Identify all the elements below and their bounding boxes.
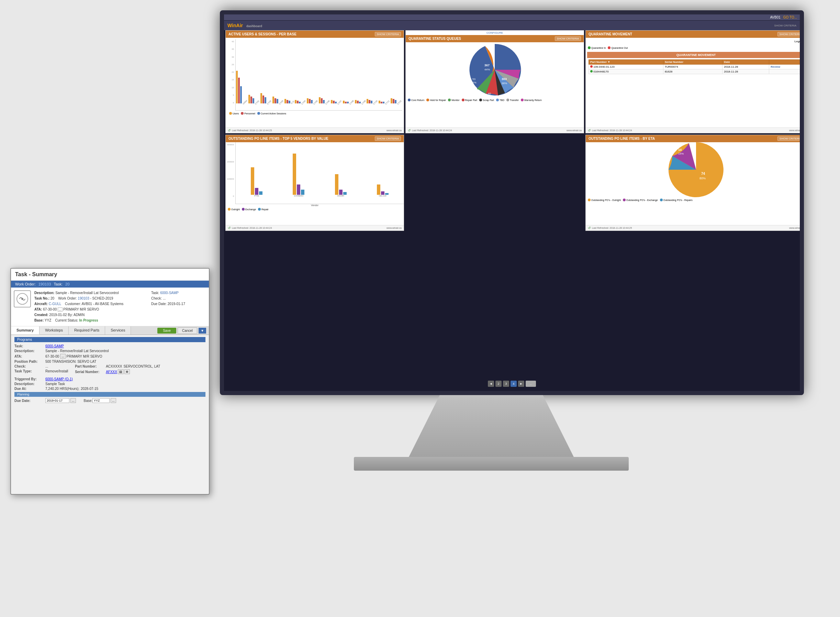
page-next[interactable]: ► [518,381,524,387]
page-2[interactable]: 2 [495,381,502,387]
ata-btn[interactable]: ... [58,307,62,311]
quarantine-movement-www: www.winair.ca [789,129,804,131]
planning-due-date-input[interactable] [45,398,69,403]
page-3[interactable]: 3 [503,381,509,387]
task-value-link[interactable]: 20 [65,282,69,286]
planning-base-btn[interactable]: ... [111,398,116,403]
active-users-header: ACTIVE USERS & SESSIONS - PER BASE SHOW … [226,31,404,38]
task-icon [14,290,31,307]
tab-services[interactable]: Services [105,326,131,335]
programs-position: 500 TRANSHISION: SERVO LAT [45,360,96,363]
panel-po-eta: OUTSTANDING PO LINE ITEMS - BY ETA SHOW … [585,135,804,231]
quarantine-movement-table-area: Part Number ▼ Serial Number Date 109-044… [586,59,804,74]
aircraft-link[interactable]: C-GULL [49,302,61,306]
task-info-area: Description: Sample - Remove/Install Lat… [11,288,209,326]
work-order-link[interactable]: 190103 [38,282,51,286]
planning-due-date-btn[interactable]: ... [71,398,76,403]
po-eta-title: OUTSTANDING PO LINE ITEMS - BY ETA [589,137,655,140]
active-users-title: ACTIVE USERS & SESSIONS - PER BASE [229,32,297,36]
quarantine-status-pie: 367 44% 303 36% 53 6% 40 6% [406,42,584,97]
legend-transfer-dot [506,99,509,101]
field-row-position: Position Path: 500 TRANSHISION: SERVO LA… [15,360,205,363]
save-button[interactable]: Save [157,328,176,334]
serial-btn-2[interactable]: ⊕ [124,369,130,374]
task-label-bar: Task: [53,282,62,286]
task-description: Sample - Remove/Install Lat Servocontrol [55,291,119,295]
legend-users-dot [229,112,232,115]
pie-label-repair: 40 [488,92,491,95]
planning-header: Planning [15,392,205,397]
task-window-title: Task - Summary [11,269,209,280]
legend-personnel-dot [241,112,244,115]
po-vendors-refresh: ↺ Last Refreshed: 2018-11-28 10:44:24 ww… [226,225,404,230]
tab-worksteps[interactable]: Worksteps [40,326,69,335]
tab-required-parts[interactable]: Required Parts [69,326,105,335]
cancel-button[interactable]: Cancel [178,328,197,334]
ata-btn-2[interactable]: ... [60,354,66,359]
panel-quarantine-status: CONFIGURE QUARANTINE STATUS QUEUES SHOW … [405,30,584,133]
quarantine-status-title: QUARANTINE STATUS QUEUES [409,37,461,41]
quarantine-status-legend: Core Return Hold for Repair Monitor Repa… [406,97,584,103]
vendor-axis-label: Vendor [226,204,404,207]
po-eta-criteria-btn[interactable]: SHOW CRITERIA [778,136,803,141]
vendor-aoub4 [335,147,347,195]
quarantine-movement-refresh-time: Last Refreshed: 2018-11-28 10:44:24 [592,129,632,131]
quarantine-pie-svg: 367 44% 303 36% 53 6% 40 6% [467,42,522,97]
active-users-show-criteria[interactable]: SHOW CRITERIA [375,32,401,37]
monitor-container: AVB01 GO TO... WinAir dashboard SHOW CRI… [199,10,825,491]
pie-label-hold: 303 [502,77,507,81]
col-serial: Serial Number [663,60,722,65]
show-criteria-top[interactable]: SHOW CRITERIA [774,24,796,27]
row-dot-2 [590,70,593,72]
tab-summary[interactable]: Summary [11,326,40,335]
legend-hold-dot [427,99,429,101]
legend-repair-dot [462,99,465,101]
serial-btn-1[interactable]: ▤ [118,369,124,374]
vendor-gvhiero [293,147,304,195]
review-link-1[interactable]: Review [771,65,780,68]
po-eta-www: www.winair.ca [789,227,804,229]
pie-pct-core: 44% [484,68,490,71]
task-link-right[interactable]: 6000-SAMP [160,291,179,295]
col-part: Part Number ▼ [589,60,663,65]
programs-serial-link[interactable]: AFXXX [106,370,117,374]
page-prev[interactable]: ◄ [488,381,494,387]
quarantine-movement-refresh: ↺ Last Refreshed: 2018-11-28 10:44:24 ww… [586,127,804,133]
quarantine-movement-header: QUARANTINE MOVEMENT SHOW CRITERIA [586,31,804,38]
field-row-triggered-desc: Description: Sample Task [15,382,205,386]
go-to-link[interactable]: GO TO... [783,15,797,19]
quarantine-status-criteria-btn[interactable]: SHOW CRITERIA [555,37,581,41]
po-outright-dot [228,208,230,211]
po-vendors-legend: Outright Exchange Repair [226,207,404,212]
po-eta-exchange-dot [623,199,626,201]
user-label: AVB01 [770,15,780,19]
active-users-legend: Users Personnel Current Active Sessions [227,111,402,116]
programs-task-type: Remove/Install [45,369,68,373]
winair-logo: WinAir dashboard [227,23,262,28]
planning-base-input[interactable] [92,398,109,403]
legend-users-label: Users [233,112,239,115]
po-vendors-refresh-time: Last Refreshed: 2018-11-28 10:44:24 [232,227,272,229]
more-options-btn[interactable]: ▼ [199,328,206,334]
vendor-hel118 [377,147,388,195]
po-exchange-dot [242,208,245,211]
task-icon-svg [16,293,28,305]
programs-part-desc: SERVOCONTROL, LAT [123,365,160,368]
po-vendors-criteria-btn[interactable]: SHOW CRITERIA [375,136,401,141]
quarantine-movement-criteria-btn[interactable]: SHOW CRITERIA [778,32,803,37]
monitor-screen: AVB01 GO TO... WinAir dashboard SHOW CRI… [220,10,804,395]
check-value-right: ... [163,297,165,300]
task-wo-link[interactable]: 190103 [78,297,89,300]
programs-task-link[interactable]: 6000-SAMP [45,344,64,348]
movement-sub-header: QUARANTINE MOVEMENT [587,52,804,58]
triggered-by-link[interactable]: 6000-SAMP (O-1) [45,377,73,381]
active-users-chart: 40 35 30 25 20 15 10 5 0 YPPH CY01 [227,39,402,111]
legend-core-dot [408,99,410,101]
page-more[interactable]: ... [526,381,536,387]
pie-pct-outright: 80% [700,177,706,180]
winair-subtitle: dashboard [247,24,262,28]
page-4[interactable]: 4 [511,381,517,387]
monitor-base [354,457,629,471]
configure-link[interactable]: CONFIGURE [406,31,584,35]
task-details: Description: Sample - Remove/Install Lat… [34,290,148,323]
